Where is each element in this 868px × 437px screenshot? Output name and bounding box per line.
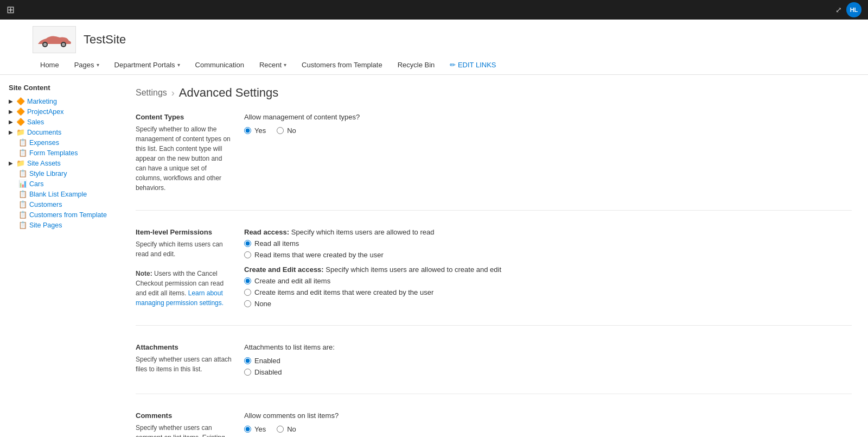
nav-pages[interactable]: Pages ▾ xyxy=(67,56,107,74)
sidebar-item-expenses[interactable]: 📋 Expenses xyxy=(9,137,119,148)
create-edit-radios: Create and edit all items Create items a… xyxy=(244,277,852,308)
attachments-section: Attachments Specify whether users can at… xyxy=(136,343,852,394)
item-permissions-right: Read access: Specify which items users a… xyxy=(244,228,852,308)
sidebar-item-form-templates[interactable]: 📋 Form Templates xyxy=(9,148,119,158)
comments-left: Comments Specify whether users can comme… xyxy=(136,411,233,437)
sidebar-item-projectapex[interactable]: ▶ 🔶 ProjectApex xyxy=(9,106,119,117)
attachments-disabled[interactable]: Disabled xyxy=(244,368,852,376)
expand-icon[interactable]: ⤢ xyxy=(835,5,842,14)
attachments-title: Attachments xyxy=(136,343,233,351)
style-library-icon: 📋 xyxy=(18,169,27,178)
nav-communication[interactable]: Communication xyxy=(188,56,252,74)
create-edit-sublabel: Specify which items users are allowed to… xyxy=(326,265,501,274)
comments-title: Comments xyxy=(136,411,233,420)
arrow-icon: ▶ xyxy=(9,119,13,125)
comments-yes[interactable]: Yes xyxy=(244,425,266,433)
expenses-icon: 📋 xyxy=(18,138,27,147)
read-access-radios: Read all items Read items that were crea… xyxy=(244,239,852,259)
comments-no[interactable]: No xyxy=(277,425,296,433)
site-branding: TestSite xyxy=(33,20,835,56)
site-logo xyxy=(33,26,76,53)
sidebar: Site Content ▶ 🔶 Marketing ▶ 🔶 ProjectAp… xyxy=(0,75,119,437)
comments-no-radio[interactable] xyxy=(277,426,284,433)
content-types-no-radio[interactable] xyxy=(277,127,284,134)
attachments-desc: Specify whether users can attach files t… xyxy=(136,354,233,374)
site-nav: Home Pages ▾ Department Portals ▾ Commun… xyxy=(33,56,835,74)
content-types-section: Content Types Specify whether to allow t… xyxy=(136,113,852,211)
breadcrumb-parent: Settings xyxy=(136,88,167,98)
content-types-yes-radio[interactable] xyxy=(244,127,251,134)
cars-icon: 📊 xyxy=(18,180,27,188)
read-user-radio[interactable] xyxy=(244,251,251,258)
sidebar-item-documents[interactable]: ▶ 📁 Documents xyxy=(9,127,119,137)
comments-section: Comments Specify whether users can comme… xyxy=(136,411,852,437)
read-access-group: Read access: Specify which items users a… xyxy=(244,228,852,259)
sidebar-item-site-assets[interactable]: ▶ 📁 Site Assets xyxy=(9,158,119,168)
sidebar-item-customers[interactable]: 📋 Customers xyxy=(9,199,119,210)
blank-list-icon: 📋 xyxy=(18,190,27,198)
breadcrumb: Settings › Advanced Settings xyxy=(136,86,852,100)
attachments-enabled-radio[interactable] xyxy=(244,357,251,364)
item-permissions-desc: Specify which items users can read and e… xyxy=(136,239,233,308)
attachments-left: Attachments Specify whether users can at… xyxy=(136,343,233,376)
nav-dept-portals[interactable]: Department Portals ▾ xyxy=(107,56,188,74)
create-edit-access-group: Create and Edit access: Specify which it… xyxy=(244,265,852,308)
arrow-icon: ▶ xyxy=(9,160,13,166)
form-templates-icon: 📋 xyxy=(18,149,27,157)
sidebar-item-site-pages[interactable]: 📋 Site Pages xyxy=(9,220,119,230)
svg-point-2 xyxy=(43,43,47,46)
create-edit-all-radio[interactable] xyxy=(244,277,251,284)
learn-more-link[interactable]: Learn about managing permission settings… xyxy=(136,289,224,307)
content-types-no[interactable]: No xyxy=(277,126,296,135)
attachments-right: Attachments to list items are: Enabled D… xyxy=(244,343,852,376)
read-all-radio[interactable] xyxy=(244,240,251,247)
sidebar-item-customers-from-template[interactable]: 📋 Customers from Template xyxy=(9,210,119,220)
item-permissions-title: Item-level Permissions xyxy=(136,228,233,236)
create-edit-none[interactable]: None xyxy=(244,300,852,308)
create-edit-none-radio[interactable] xyxy=(244,300,251,307)
comments-right: Allow comments on list items? Yes No xyxy=(244,411,852,437)
customers-icon: 📋 xyxy=(18,200,27,208)
read-all-items[interactable]: Read all items xyxy=(244,239,852,248)
sidebar-item-cars[interactable]: 📊 Cars xyxy=(9,179,119,189)
comments-yes-radio[interactable] xyxy=(244,426,251,433)
breadcrumb-separator: › xyxy=(171,87,175,99)
read-user-items[interactable]: Read items that were created by the user xyxy=(244,251,852,259)
sales-icon: 🔶 xyxy=(16,118,25,126)
content-types-yes[interactable]: Yes xyxy=(244,126,266,135)
create-edit-user-radio[interactable] xyxy=(244,289,251,296)
content-types-question: Allow management of content types? xyxy=(244,113,852,121)
content-area: Settings › Advanced Settings Content Typ… xyxy=(119,75,868,437)
attachments-disabled-radio[interactable] xyxy=(244,369,251,376)
create-edit-all[interactable]: Create and edit all items xyxy=(244,277,852,285)
read-access-label: Read access: xyxy=(244,228,289,236)
attachments-enabled[interactable]: Enabled xyxy=(244,357,852,365)
content-types-right: Allow management of content types? Yes N… xyxy=(244,113,852,193)
customers-template-icon: 📋 xyxy=(18,211,27,219)
user-avatar[interactable]: HL xyxy=(846,2,861,17)
content-types-left: Content Types Specify whether to allow t… xyxy=(136,113,233,193)
create-edit-label: Create and Edit access: xyxy=(244,265,324,274)
nav-recycle-bin[interactable]: Recycle Bin xyxy=(390,56,443,74)
nav-customers-template[interactable]: Customers from Template xyxy=(294,56,390,74)
site-pages-icon: 📋 xyxy=(18,221,27,229)
waffle-icon[interactable]: ⊞ xyxy=(7,4,15,16)
sidebar-item-style-library[interactable]: 📋 Style Library xyxy=(9,168,119,179)
create-edit-user[interactable]: Create items and edit items that were cr… xyxy=(244,288,852,296)
arrow-icon: ▶ xyxy=(9,129,13,135)
projectapex-icon: 🔶 xyxy=(16,107,25,116)
comments-question: Allow comments on list items? xyxy=(244,411,852,420)
nav-recent[interactable]: Recent ▾ xyxy=(252,56,294,74)
chevron-down-icon: ▾ xyxy=(284,62,286,68)
comments-radios: Yes No xyxy=(244,425,852,433)
nav-home[interactable]: Home xyxy=(33,56,67,74)
svg-point-3 xyxy=(62,43,65,46)
nav-edit-links[interactable]: ✏ EDIT LINKS xyxy=(442,56,503,74)
sidebar-item-sales[interactable]: ▶ 🔶 Sales xyxy=(9,117,119,127)
sidebar-item-blank-list[interactable]: 📋 Blank List Example xyxy=(9,189,119,199)
chevron-down-icon: ▾ xyxy=(177,62,180,68)
attachments-radios: Enabled Disabled xyxy=(244,357,852,376)
site-title: TestSite xyxy=(84,33,126,47)
item-permissions-section: Item-level Permissions Specify which ite… xyxy=(136,228,852,326)
sidebar-item-marketing[interactable]: ▶ 🔶 Marketing xyxy=(9,96,119,106)
